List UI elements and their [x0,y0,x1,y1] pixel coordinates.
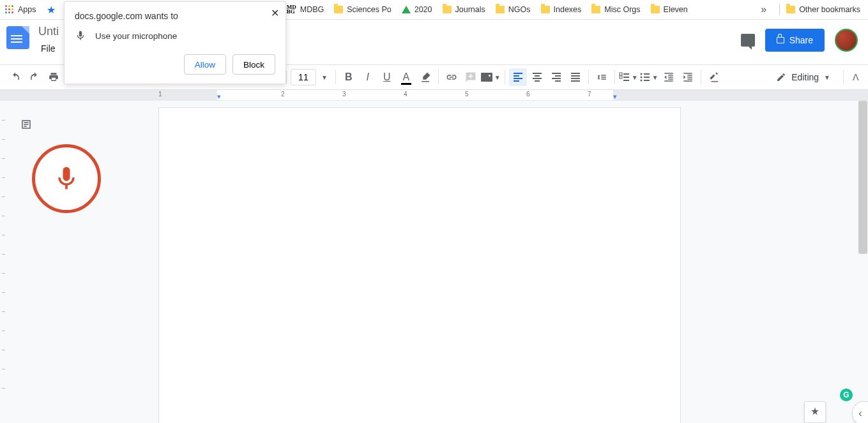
highlight-button[interactable] [416,68,434,86]
folder-icon [591,6,600,13]
indent-marker-left[interactable]: ▾ [217,93,221,101]
align-left-button[interactable] [509,68,527,86]
insert-link-button[interactable] [443,68,461,86]
svg-point-3 [640,77,642,78]
bulleted-list-button[interactable]: ▼ [639,68,659,86]
folder-icon [334,6,343,13]
apps-button[interactable]: Apps [5,5,36,14]
vertical-ruler [0,101,6,423]
text-color-button[interactable]: A [397,68,415,86]
checklist-button[interactable]: ▼ [619,68,638,86]
other-bookmarks[interactable]: Other bookmarks [786,5,860,14]
allow-button[interactable]: Allow [184,54,226,75]
svg-point-4 [640,80,642,82]
menu-file[interactable]: File [36,41,61,56]
share-label: Share [789,35,813,45]
svg-rect-1 [620,76,622,78]
block-button[interactable]: Block [232,54,275,75]
editing-mode-dropdown[interactable]: Editing ▼ [772,68,834,86]
document-page[interactable] [158,107,681,423]
increase-indent-button[interactable] [679,68,697,86]
svg-rect-0 [620,73,622,75]
clear-formatting-button[interactable] [705,68,723,86]
bookmarks-overflow[interactable]: » [761,4,766,15]
folder-icon [496,6,505,13]
close-button[interactable]: ✕ [271,7,279,19]
bookmark-journals[interactable]: Journals [443,5,485,14]
insert-image-button[interactable]: ▼ [481,68,501,86]
folder-icon [443,6,452,13]
permission-request-text: Use your microphone [95,31,177,41]
voice-typing-button[interactable] [32,144,101,213]
ruler[interactable]: 1 ▾ 2 3 4 5 6 7 ▾ [0,90,868,101]
folder-icon [541,6,550,13]
align-center-button[interactable] [528,68,546,86]
decrease-indent-button[interactable] [660,68,678,86]
permission-dialog: ✕ docs.google.com wants to Use your micr… [64,1,286,84]
bookmark-2020[interactable]: 2020 [402,5,432,14]
scrollbar[interactable] [858,101,867,254]
insert-comment-button[interactable] [462,68,480,86]
drive-icon [402,6,411,13]
lock-icon [777,37,784,43]
star-icon: ★ [47,4,56,16]
comments-button[interactable] [741,34,755,47]
indent-marker-right[interactable]: ▾ [613,93,617,101]
bookmark-mdbg[interactable]: MDBGMDBG [287,5,324,14]
outline-icon [20,117,32,131]
folder-icon [651,6,660,13]
grammarly-badge[interactable]: G [840,389,853,401]
image-icon [481,73,492,82]
apps-label: Apps [18,5,36,14]
svg-point-2 [640,73,642,75]
italic-button[interactable]: I [359,68,377,86]
bookmark-star[interactable]: ★ [47,4,61,16]
print-button[interactable] [45,68,63,86]
document-outline-button[interactable] [17,115,36,134]
bookmark-indexes[interactable]: Indexes [541,5,582,14]
bold-button[interactable]: B [340,68,358,86]
font-size-input[interactable] [291,69,316,85]
docs-logo[interactable] [6,26,29,49]
align-right-button[interactable] [547,68,565,86]
explore-icon [809,406,821,418]
mode-label: Editing [791,72,819,82]
pencil-icon [776,72,786,82]
chevron-left-icon: ‹ [858,408,862,419]
workspace: G ‹ [0,101,868,423]
folder-icon [786,6,795,13]
bookmark-ngos[interactable]: NGOs [496,5,531,14]
collapse-toolbar-button[interactable]: ᐱ [853,72,859,82]
mdbg-icon: MDBG [287,5,296,14]
mic-icon [75,30,86,41]
bookmark-misc[interactable]: Misc Orgs [591,5,640,14]
permission-title: docs.google.com wants to [75,11,275,21]
divider [779,4,780,15]
side-panel-toggle[interactable]: ‹ [852,401,868,423]
underline-button[interactable]: U [378,68,396,86]
apps-icon [5,5,14,14]
line-spacing-button[interactable] [593,68,611,86]
align-justify-button[interactable] [567,68,584,86]
account-avatar[interactable] [835,29,858,52]
undo-button[interactable] [6,68,24,86]
share-button[interactable]: Share [765,29,825,52]
mic-icon [52,162,80,195]
bookmark-sciencespo[interactable]: Sciences Po [334,5,391,14]
explore-button[interactable] [804,401,826,423]
bookmark-eleven[interactable]: Eleven [651,5,688,14]
redo-button[interactable] [26,68,43,86]
